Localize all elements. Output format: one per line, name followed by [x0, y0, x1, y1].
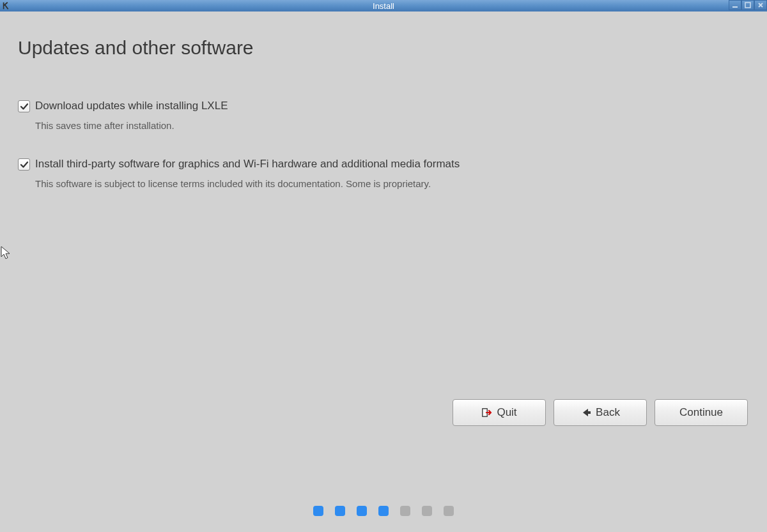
progress-dot: [422, 506, 432, 516]
option-label[interactable]: Download updates while installing LXLE: [35, 100, 228, 112]
quit-button-label: Quit: [497, 406, 516, 419]
back-button[interactable]: Back: [554, 399, 647, 426]
back-button-label: Back: [596, 406, 620, 419]
page-title: Updates and other software: [18, 37, 749, 59]
quit-icon: [481, 407, 493, 418]
progress-dot: [335, 506, 345, 516]
checkbox-third-party[interactable]: [18, 158, 30, 171]
option-description: This saves time after installation.: [35, 120, 228, 131]
progress-dot: [444, 506, 454, 516]
maximize-button[interactable]: [741, 0, 754, 10]
close-button[interactable]: [754, 0, 767, 10]
window-title: Install: [373, 1, 394, 11]
progress-dot: [313, 506, 323, 516]
quit-button[interactable]: Quit: [453, 399, 546, 426]
svg-rect-0: [732, 6, 738, 8]
progress-dot: [400, 506, 410, 516]
continue-button-label: Continue: [679, 406, 723, 419]
svg-rect-1: [745, 3, 750, 8]
back-arrow-icon: [580, 407, 592, 418]
option-text: Install third-party software for graphic…: [35, 158, 460, 189]
option-text: Download updates while installing LXLE T…: [35, 100, 228, 131]
check-icon: [20, 160, 29, 169]
progress-dot: [357, 506, 367, 516]
svg-rect-4: [587, 411, 591, 414]
window-titlebar: Install: [0, 0, 767, 11]
titlebar-left: [1, 0, 12, 11]
option-description: This software is subject to license term…: [35, 178, 460, 189]
option-download-updates: Download updates while installing LXLE T…: [18, 100, 749, 131]
checkbox-download-updates[interactable]: [18, 100, 30, 112]
minimize-button[interactable]: [729, 0, 741, 10]
continue-button[interactable]: Continue: [655, 399, 748, 426]
option-third-party: Install third-party software for graphic…: [18, 158, 749, 189]
app-icon: [1, 1, 12, 11]
mouse-cursor-icon: [0, 245, 12, 263]
option-label[interactable]: Install third-party software for graphic…: [35, 158, 460, 171]
titlebar-buttons: [729, 0, 767, 11]
main-content: Updates and other software Download upda…: [0, 11, 767, 189]
navigation-buttons: Quit Back Continue: [453, 399, 748, 426]
progress-dot: [378, 506, 389, 516]
progress-indicator: [313, 506, 454, 516]
check-icon: [20, 102, 29, 111]
